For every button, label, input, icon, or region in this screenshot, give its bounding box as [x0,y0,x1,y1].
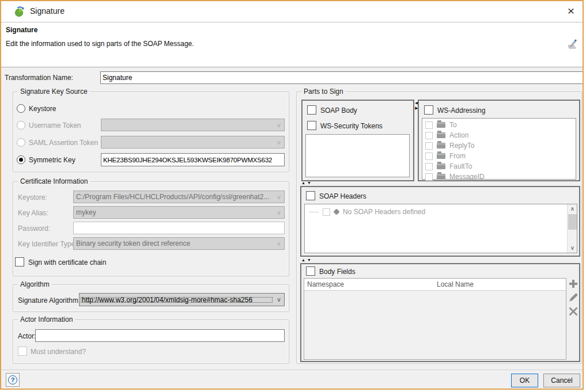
folder-icon [437,163,445,169]
horizontal-split-divider: ▲ ▼ [301,258,311,262]
keystore-radio[interactable] [17,104,25,113]
password-field [73,222,285,234]
folder-icon [437,132,445,138]
chevron-down-icon: ∨ [274,296,284,303]
saml-assertion-radio-label: SAML Assertion Token [29,139,98,147]
button-bar: ? OK Cancel [1,370,583,389]
ws-security-tokens-list[interactable] [305,134,410,177]
transformation-name-input[interactable]: Signature [100,71,583,84]
password-label: Password: [18,224,50,233]
chevron-down-icon: ∨ [274,193,284,201]
key-alias-combo: mykey ∨ [73,206,285,219]
soap-headers-checkbox[interactable] [306,191,315,200]
item-checkbox [425,132,433,139]
signature-key-source-group: Signature Key Source Keystore Username T… [13,92,289,172]
window-title: Signature [30,6,65,16]
key-identifier-type-combo: Binary security token direct reference ∨ [73,237,285,250]
folder-icon [437,122,445,128]
chevron-down-icon: ∨ [274,240,284,248]
column-header-namespace: Namespace [304,279,437,290]
header-strip: Signature Edit the information used to s… [1,22,583,67]
parts-to-sign-group: Parts to Sign SOAP Body WS-Security Toke… [296,92,582,364]
soap-body-label: SOAP Body [320,106,357,115]
soap-body-panel: SOAP Body WS-Security Tokens [301,100,414,181]
split-collapse-up-icon[interactable]: ▲ [301,258,305,262]
add-button[interactable] [569,279,579,290]
chevron-down-icon: ∨ [274,209,284,216]
certificate-information-group: Certificate Information Keystore: C:/Pro… [13,181,289,276]
item-checkbox [425,163,433,170]
help-icon: ? [8,375,17,385]
split-expand-down-icon[interactable]: ▼ [307,258,311,262]
list-item: MessageID [422,172,576,182]
symmetric-key-radio[interactable] [17,155,25,164]
item-checkbox [425,121,433,129]
delete-icon [569,307,578,316]
signature-pen-icon [566,39,578,50]
help-button[interactable]: ? [6,373,20,387]
folder-icon [437,143,445,149]
soap-headers-panel: SOAP Headers No SOAP Headers defined ∧ ∨ [300,186,580,257]
parts-to-sign-title: Parts to Sign [301,87,346,96]
list-item: ReplyTo [422,140,576,151]
ws-item-label: MessageID [449,173,485,181]
actor-information-title: Actor Information [18,315,75,324]
ws-item-label: Action [449,131,468,139]
must-understand-checkbox [18,347,27,356]
signature-dialog: Signature × Signature Edit the informati… [0,0,584,390]
header-description: Edit the information used to sign parts … [6,40,194,48]
keystore-radio-label: Keystore [29,105,56,113]
ws-addressing-list[interactable]: To Action ReplyTo From [422,118,576,180]
split-collapse-up-icon[interactable]: ▲ [301,181,305,185]
split-expand-down-icon[interactable]: ▼ [307,181,311,185]
app-transform-icon [14,6,25,17]
item-checkbox [425,153,433,160]
key-alias-label: Key Alias: [18,209,48,217]
actor-label: Actor: [18,332,36,340]
soap-body-checkbox[interactable] [307,105,316,115]
certificate-information-title: Certificate Information [18,177,90,185]
soap-headers-scrollbar[interactable]: ∧ ∨ [567,204,577,253]
username-token-radio [17,121,25,130]
node-diamond-icon [333,208,339,215]
edit-button[interactable] [569,293,579,303]
scroll-up-icon[interactable]: ∧ [568,204,577,214]
delete-button[interactable] [569,307,579,317]
signature-algorithm-label: Signature Algorithm: [18,296,80,305]
body-fields-label: Body Fields [319,268,356,276]
scroll-down-icon[interactable]: ∨ [568,243,577,253]
ok-button[interactable]: OK [511,374,538,387]
list-item: FaultTo [422,161,576,172]
chevron-down-icon: ∨ [274,139,284,146]
soap-headers-tree[interactable]: No SOAP Headers defined ∧ ∨ [304,204,577,253]
title-bar: Signature × [1,1,583,22]
cancel-button[interactable]: Cancel [543,374,580,387]
folder-icon [437,174,445,180]
sign-with-certificate-chain-checkbox[interactable] [15,257,24,267]
header-title: Signature [6,26,37,34]
body-fields-checkbox[interactable] [306,267,315,276]
signature-algorithm-combo[interactable]: http://www.w3.org/2001/04/xmldsig-more#h… [79,293,285,306]
chevron-down-icon: ∨ [274,121,284,129]
column-header-local-name: Local Name [437,279,566,290]
close-button[interactable]: × [563,5,579,18]
item-checkbox [425,142,433,150]
list-item: From [422,151,576,161]
horizontal-split-divider: ▲ ▼ [301,181,311,185]
ws-security-tokens-label: WS-Security Tokens [320,122,383,130]
ws-security-tokens-checkbox[interactable] [307,121,316,130]
edit-icon [569,293,578,302]
cert-keystore-label: Keystore: [18,193,47,201]
table-header-row: Namespace Local Name [304,279,566,291]
scrollbar-thumb[interactable] [568,214,577,230]
saml-assertion-radio [17,138,25,147]
symmetric-key-input[interactable]: KHE23BS90JHE294OKSJEL593KWSEIK9870PWMXS6… [101,153,285,166]
item-checkbox [323,208,330,216]
folder-icon [437,153,445,159]
sign-with-certificate-chain-label: Sign with certificate chain [28,258,106,267]
body-fields-table[interactable]: Namespace Local Name [304,278,566,360]
symmetric-key-radio-label: Symmetric Key [29,156,75,164]
ws-addressing-checkbox[interactable] [424,105,433,115]
actor-input[interactable] [35,329,285,342]
transformation-name-label: Transformation Name: [5,74,73,82]
